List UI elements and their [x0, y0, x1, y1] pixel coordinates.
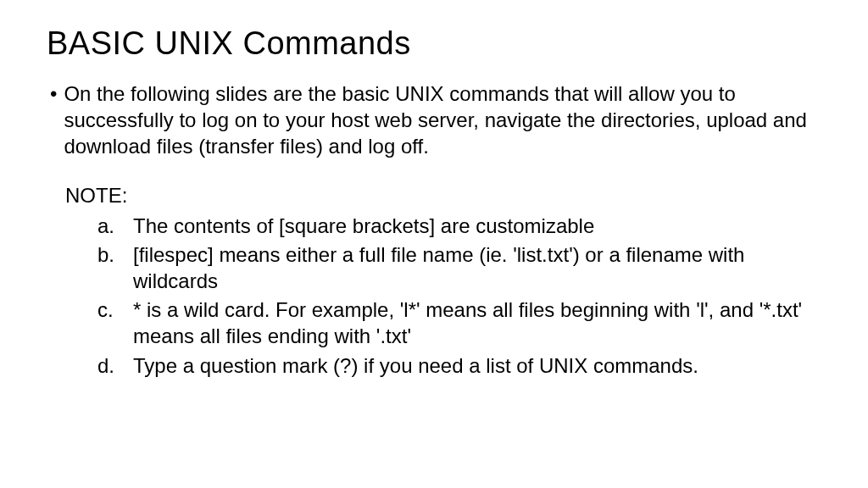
note-item: * is a wild card. For example, 'l*' mean… — [97, 297, 821, 349]
note-item: Type a question mark (?) if you need a l… — [97, 352, 821, 379]
intro-bullet: • On the following slides are the basic … — [47, 80, 821, 160]
slide-title: BASIC UNIX Commands — [47, 25, 821, 62]
note-item-text: The contents of [square brackets] are cu… — [133, 213, 821, 239]
bullet-marker-icon: • — [50, 80, 57, 160]
intro-bullet-text: On the following slides are the basic UN… — [64, 80, 821, 160]
note-list: The contents of [square brackets] are cu… — [97, 213, 821, 379]
note-item-text: [filespec] means either a full file name… — [133, 241, 821, 294]
note-item: The contents of [square brackets] are cu… — [97, 213, 821, 239]
note-item: [filespec] means either a full file name… — [97, 241, 821, 294]
note-label: NOTE: — [65, 184, 821, 208]
note-item-text: Type a question mark (?) if you need a l… — [133, 352, 821, 379]
note-item-text: * is a wild card. For example, 'l*' mean… — [133, 297, 821, 349]
